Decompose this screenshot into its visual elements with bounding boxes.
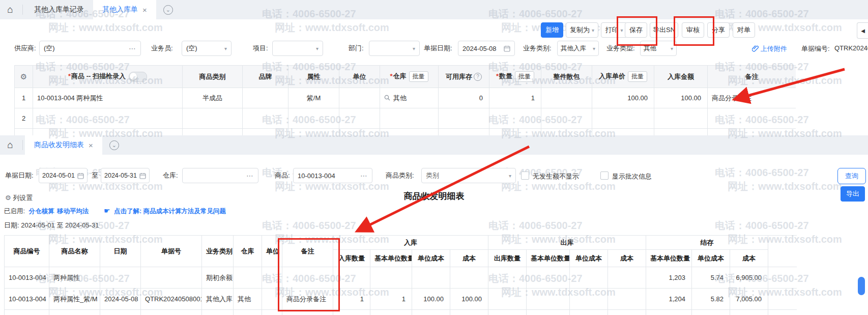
cell	[333, 267, 370, 289]
cell-product[interactable]	[33, 108, 183, 129]
group-header-row: 商品编号 商品名称 日期 单据号 业务类别 仓库 单位 备注 入库 出库 结存	[5, 236, 797, 250]
batch-price-button[interactable]: 批量	[628, 71, 647, 82]
filter-category-select[interactable]: 类别 ▾	[421, 168, 516, 183]
cell-pack[interactable]	[541, 88, 592, 108]
watermark-text: 网址：www.tdxsoft.com	[48, 21, 163, 35]
cell-pack[interactable]	[541, 108, 592, 129]
filter-product-value: 10-0013-004	[298, 172, 360, 180]
calendar-icon	[504, 45, 510, 52]
new-button[interactable]: 新增	[541, 22, 563, 38]
filter-warehouse-input[interactable]: ⋯	[182, 168, 258, 183]
no-amount-checkbox-row[interactable]: 无发生额不显示	[521, 171, 579, 181]
link-moving-average[interactable]: 移动平均法	[57, 208, 89, 215]
print-button[interactable]: 打印 ▾	[601, 22, 627, 38]
cell-remark[interactable]: 商品分录备注	[708, 88, 796, 108]
col-biz-category: 业务类别	[202, 236, 234, 267]
calendar-icon	[139, 173, 146, 179]
home-icon[interactable]: ⌂	[0, 0, 20, 19]
table-row	[15, 129, 796, 136]
cell	[282, 267, 333, 289]
chevron-down-icon: ▾	[224, 46, 227, 51]
doc-date-input[interactable]: 2024-05-08	[458, 41, 515, 56]
barcode-scan-toggle[interactable]	[129, 72, 147, 82]
page: 电话：4006-6500-27网址：www.tdxsoft.com电话：4006…	[0, 0, 868, 315]
col-in-qty: 入库数量	[333, 250, 370, 267]
col-pack: 整件散包	[541, 66, 592, 88]
cell-price[interactable]	[592, 108, 654, 129]
save-button[interactable]: 保存	[625, 22, 647, 38]
cell-remark[interactable]	[708, 108, 796, 129]
tab-inbound-records[interactable]: 其他入库单记录	[25, 0, 93, 19]
close-icon[interactable]: ×	[89, 141, 93, 150]
project-select[interactable]: ▾	[272, 41, 323, 56]
table-row: 1 10-0013-004 两种属性 半成品 紫/M 其他 0 1 100.00…	[15, 88, 796, 108]
filter-product-input[interactable]: 10-0013-004 ⋯	[293, 168, 372, 183]
col-product-name: 商品名称	[49, 236, 100, 267]
cell-qty[interactable]	[489, 108, 541, 129]
supplier-input[interactable]: (空) ⋯	[39, 41, 141, 56]
cell-available	[439, 108, 489, 129]
home-icon[interactable]: ⌂	[0, 135, 20, 155]
show-batch-checkbox[interactable]	[600, 171, 609, 180]
cell	[570, 267, 608, 289]
col-unit: 单位	[262, 236, 282, 267]
batch-warehouse-button[interactable]: 批量	[409, 71, 428, 82]
table-row	[5, 310, 797, 315]
col-remark: 备注	[708, 66, 796, 88]
watermark-text: 电话：4006-6500-27	[488, 219, 583, 233]
share-button[interactable]: 分享	[707, 22, 730, 38]
divider	[22, 5, 23, 15]
filter-date-label: 单据日期:	[5, 168, 34, 183]
close-icon[interactable]: ×	[142, 6, 147, 14]
col-unit: 单位	[339, 66, 380, 88]
export-button[interactable]: 导出	[841, 186, 865, 202]
cell: QTRK20240508001	[141, 289, 202, 310]
query-button[interactable]: 查询	[837, 168, 866, 184]
cell: 100.00	[450, 289, 488, 310]
col-product-label: 商品 -- 扫描枪录入	[71, 72, 126, 80]
tab-goods-detail-report[interactable]: 商品收发明细表 ×	[25, 135, 102, 155]
cell-qty[interactable]: 1	[489, 88, 541, 108]
tab-list-chevron-icon[interactable]: ⌄	[163, 5, 173, 15]
cell: 商品分录备注	[282, 289, 333, 310]
cell-price[interactable]: 100.00	[592, 88, 654, 108]
link-warehouse-accounting[interactable]: 分仓核算	[28, 208, 54, 215]
check-order-button[interactable]: 对单	[733, 22, 755, 38]
copy-as-button[interactable]: 复制为 ▾	[566, 22, 598, 38]
help-icon[interactable]: ?	[474, 73, 482, 81]
tab-inbound-order[interactable]: 其他入库单 ×	[93, 0, 156, 19]
collapse-panel-button[interactable]: ◀	[857, 22, 868, 39]
cell-unit	[339, 88, 380, 108]
batch-qty-button[interactable]: 批量	[515, 71, 534, 82]
department-select[interactable]: ▾	[369, 41, 420, 56]
cell: 其他入库	[202, 289, 234, 310]
biz-category-value: 其他入库	[561, 44, 593, 53]
audit-button[interactable]: 审核	[682, 22, 704, 38]
chevron-down-icon: ▾	[592, 27, 594, 33]
scrollbar-thumb[interactable]	[858, 277, 865, 295]
show-batch-checkbox-row[interactable]: 显示批次信息	[600, 171, 652, 181]
date-from-input[interactable]: 2024-05-01	[39, 168, 88, 183]
biz-category-select[interactable]: 其他入库 ▾	[557, 41, 599, 56]
row-number: 2	[15, 108, 33, 129]
cell	[100, 267, 141, 289]
report-table: 商品编号 商品名称 日期 单据号 业务类别 仓库 单位 备注 入库 出库 结存 …	[4, 235, 797, 315]
chevron-down-icon: ▾	[671, 46, 673, 51]
table-settings-gear-icon[interactable]: ⚙	[20, 72, 27, 81]
hand-pointer-icon: ☛	[104, 207, 110, 215]
cell-warehouse[interactable]: 其他	[380, 88, 439, 108]
cell-product[interactable]: 10-0013-004 两种属性	[33, 88, 183, 108]
cell-category	[183, 108, 243, 129]
date-to-input[interactable]: 2024-05-31	[101, 168, 150, 183]
tab-label: 商品收发明细表	[34, 140, 84, 150]
upload-attachment-link[interactable]: 上传附件	[752, 44, 787, 53]
cell-warehouse[interactable]	[380, 108, 439, 129]
no-amount-checkbox[interactable]	[521, 171, 529, 180]
salesman-select[interactable]: (空) ▾	[182, 41, 232, 56]
biz-type-select[interactable]: 其他 ▾	[640, 41, 677, 56]
learn-more-link[interactable]: 点击了解: 商品成本计算方法及常见问题	[114, 208, 226, 215]
col-price-label: 入库单价	[599, 72, 625, 80]
tab-list-chevron-icon[interactable]: ⌄	[109, 140, 119, 150]
required-mark: *	[390, 72, 392, 80]
export-sn-button[interactable]: 导出SN	[650, 22, 678, 38]
